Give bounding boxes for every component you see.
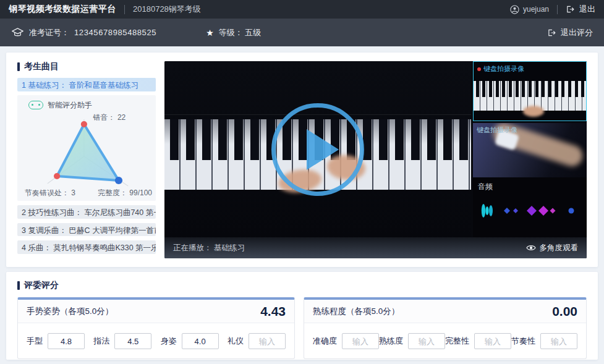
etiquette-input[interactable] <box>249 333 286 349</box>
panel1-score: 4.43 <box>260 304 286 319</box>
completeness-input[interactable] <box>474 333 511 349</box>
exit-scoring-button[interactable]: 退出评分 <box>547 27 593 38</box>
ticket-number: 12345678985488525 <box>74 28 156 37</box>
song-item-1[interactable]: 1 基础练习： 音阶和琶音基础练习 <box>17 78 156 91</box>
exit-scoring-icon <box>547 28 556 37</box>
logout-button[interactable]: 退出 <box>566 4 595 15</box>
multi-angle-button[interactable]: 多角度观看 <box>526 243 579 253</box>
field-rhythm-label: 节奏性 <box>511 336 535 347</box>
user-menu[interactable]: yuejuan <box>510 5 549 14</box>
song-item-3[interactable]: 3 复调乐曲： 巴赫C 大调平均律第一首前奏曲 <box>17 223 156 237</box>
video-player: 键盘拍摄录像 键盘拍摄录像 音频 <box>164 61 587 258</box>
accuracy-input[interactable] <box>342 333 379 349</box>
thumb1-label-row: 键盘拍摄录像 <box>477 64 524 74</box>
audio-track-panel: 音频 <box>473 177 587 237</box>
exam-playback-card: 考生曲目 1 基础练习： 音阶和琶音基础练习 智能评分助手 <box>6 53 598 267</box>
top-bar: 钢琴视频考级数据运营平台 20180728钢琴考级 yuejuan 退出 <box>0 0 604 19</box>
level-group: ★ 等级： 五级 <box>206 27 261 38</box>
field-etiquette: 礼仪 <box>228 333 286 349</box>
field-fingering: 指法 <box>93 333 151 349</box>
now-playing-text: 正在播放： 基础练习 <box>173 243 245 253</box>
panel2-title: 熟练程度（各项5.0分） <box>313 306 399 317</box>
panel1-title: 手势姿势（各项5.0分） <box>27 306 113 317</box>
audio-waveform <box>477 197 582 224</box>
assistant-robot-icon <box>28 101 43 109</box>
song-list-title: 考生曲目 <box>17 61 156 72</box>
radar-label-rhythm: 节奏错误处： 3 <box>25 188 75 198</box>
level-value: 等级： 五级 <box>219 27 262 38</box>
divider <box>124 5 125 14</box>
radar-chart: 错音： 22 节奏错误处： 3 完整度： 99/100 <box>21 112 152 198</box>
panel2-score: 0.00 <box>552 304 577 319</box>
ticket-number-group: 准考证号： 12345678985488525 <box>11 27 156 38</box>
assistant-label: 智能评分助手 <box>48 100 92 111</box>
audio-label: 音频 <box>478 182 493 192</box>
field-posture: 身姿 <box>161 333 219 349</box>
session-title: 20180728钢琴考级 <box>133 4 201 15</box>
star-icon: ★ <box>206 28 214 37</box>
keyboard-camera-thumb-1[interactable]: 键盘拍摄录像 <box>473 61 587 121</box>
field-completeness-label: 完整性 <box>445 336 469 347</box>
song-item-2[interactable]: 2 技巧性练习曲： 车尔尼练习曲740 第一首 <box>17 205 156 219</box>
eye-icon <box>526 244 536 252</box>
song-list-sidebar: 考生曲目 1 基础练习： 音阶和琶音基础练习 智能评分助手 <box>17 61 156 258</box>
user-icon <box>510 5 519 14</box>
ticket-label: 准考证号： <box>29 27 69 38</box>
field-hand-shape: 手型 <box>27 333 85 349</box>
app-title: 钢琴视频考级数据运营平台 <box>9 4 116 15</box>
player-status-bar: 正在播放： 基础练习 多角度观看 <box>164 237 587 258</box>
thumb2-label-row: 键盘拍摄录像 <box>477 125 517 135</box>
radar-chart-svg <box>21 112 152 198</box>
main-video-viewport[interactable] <box>164 61 471 237</box>
proficiency-input[interactable] <box>408 333 445 349</box>
logout-label: 退出 <box>579 4 595 15</box>
field-completeness: 完整性 <box>445 333 511 349</box>
field-hand-shape-label: 手型 <box>27 336 43 347</box>
divider <box>557 5 558 14</box>
posture-input[interactable] <box>182 333 219 349</box>
rhythm-input[interactable] <box>540 333 577 349</box>
field-accuracy-label: 准确度 <box>313 336 337 347</box>
multi-angle-label: 多角度观看 <box>540 243 579 253</box>
panel2-header: 熟练程度（各项5.0分） 0.00 <box>304 300 586 323</box>
field-accuracy: 准确度 <box>313 333 379 349</box>
scoring-section-title: 评委评分 <box>17 280 587 291</box>
assistant-row: 智能评分助手 <box>21 100 152 111</box>
hand-shape-input[interactable] <box>48 333 85 349</box>
thumb1-label: 键盘拍摄录像 <box>483 64 524 74</box>
field-rhythm: 节奏性 <box>511 333 577 349</box>
proficiency-panel: 熟练程度（各项5.0分） 0.00 准确度 熟练度 完整性 节奏性 <box>304 297 587 359</box>
username: yuejuan <box>523 5 549 14</box>
song-item-4[interactable]: 4 乐曲： 莫扎特钢琴奏鸣曲K330 第一乐章 <box>17 240 156 254</box>
exam-info-bar: 准考证号： 12345678985488525 ★ 等级： 五级 退出评分 <box>0 19 604 46</box>
play-icon <box>307 129 339 170</box>
field-proficiency: 熟练度 <box>379 333 445 349</box>
judge-scoring-card: 评委评分 手势姿势（各项5.0分） 4.43 手型 指法 身姿 <box>6 272 598 360</box>
panel1-header: 手势姿势（各项5.0分） 4.43 <box>18 300 294 323</box>
field-posture-label: 身姿 <box>161 336 177 347</box>
camera-angle-column: 键盘拍摄录像 键盘拍摄录像 音频 <box>473 61 587 237</box>
radar-label-errors: 错音： 22 <box>93 112 126 123</box>
logout-icon <box>566 5 575 14</box>
fingering-input[interactable] <box>114 333 151 349</box>
keyboard-camera-thumb-2[interactable]: 键盘拍摄录像 <box>473 123 587 177</box>
field-proficiency-label: 熟练度 <box>379 336 403 347</box>
thumb1-hand-visual <box>523 106 544 117</box>
score-assistant-panel: 智能评分助手 <box>17 95 156 201</box>
field-fingering-label: 指法 <box>93 336 109 347</box>
exit-scoring-label: 退出评分 <box>561 27 593 38</box>
play-button[interactable] <box>271 103 364 196</box>
gesture-posture-panel: 手势姿势（各项5.0分） 4.43 手型 指法 身姿 礼仪 <box>17 297 295 359</box>
recording-dot-icon <box>477 67 481 71</box>
graduation-cap-icon <box>11 27 24 38</box>
radar-label-completeness: 完整度： 99/100 <box>98 188 152 198</box>
field-etiquette-label: 礼仪 <box>228 336 244 347</box>
thumb2-label: 键盘拍摄录像 <box>477 125 517 135</box>
